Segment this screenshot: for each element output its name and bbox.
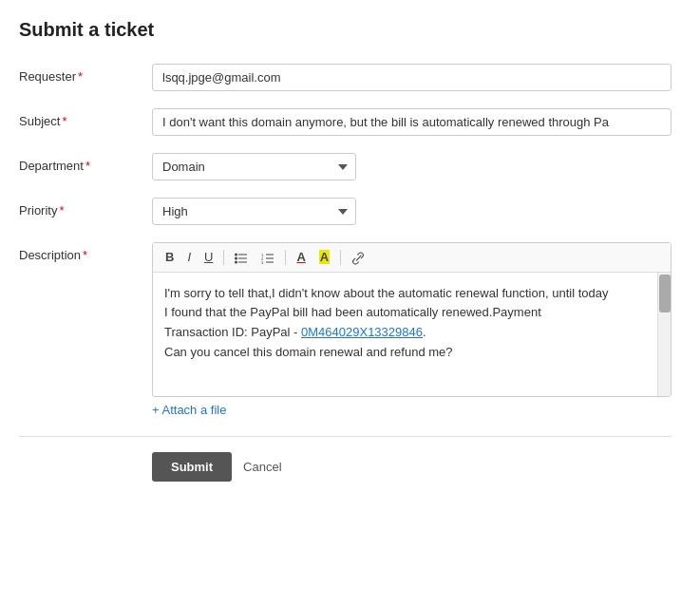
required-star-subject: * [62, 114, 66, 128]
description-field: B I U [152, 242, 672, 417]
toolbar-unordered-list-button[interactable] [230, 248, 253, 267]
ordered-list-icon: 1. 2. 3. [261, 252, 274, 265]
svg-point-0 [235, 253, 237, 256]
toolbar-bg-color-button[interactable]: A [314, 248, 334, 266]
toolbar-font-color-button[interactable]: A [292, 248, 310, 266]
priority-row: Priority* Low Normal High Urgent [19, 198, 672, 225]
scrollbar-thumb [659, 275, 671, 312]
link-icon [351, 252, 365, 265]
required-star: * [78, 69, 83, 84]
priority-label: Priority* [19, 198, 152, 218]
department-label: Department* [19, 153, 152, 173]
editor-content-area[interactable]: I'm sorry to tell that,I didn't know abo… [153, 273, 657, 396]
svg-rect-3 [238, 257, 247, 258]
attach-file-link[interactable]: + Attach a file [152, 403, 226, 417]
transaction-link[interactable]: 0M464029X13329846 [301, 325, 423, 339]
editor-body: I'm sorry to tell that,I didn't know abo… [153, 273, 671, 396]
toolbar-link-button[interactable] [347, 248, 369, 267]
submit-button[interactable]: Submit [152, 452, 232, 482]
department-row: Department* Domain Billing Technical Sup… [19, 153, 672, 180]
svg-rect-11 [266, 261, 274, 262]
toolbar-divider-3 [340, 250, 341, 265]
svg-point-4 [235, 260, 237, 263]
toolbar-divider-2 [285, 250, 286, 265]
requester-input[interactable] [152, 64, 672, 91]
page-title: Submit a ticket [19, 19, 672, 41]
toolbar-bold-button[interactable]: B [161, 248, 179, 266]
subject-input[interactable] [152, 108, 672, 136]
subject-label: Subject* [19, 108, 152, 128]
description-label: Description* [19, 242, 152, 262]
cancel-button[interactable]: Cancel [243, 460, 281, 474]
description-text: I'm sorry to tell that,I didn't know abo… [164, 286, 608, 359]
svg-rect-1 [238, 254, 247, 255]
requester-row: Requester* [19, 64, 672, 91]
requester-label: Requester* [19, 64, 152, 84]
svg-point-2 [235, 256, 237, 259]
priority-select[interactable]: Low Normal High Urgent [152, 198, 356, 225]
svg-rect-7 [266, 254, 274, 255]
department-select[interactable]: Domain Billing Technical Support General [152, 153, 356, 180]
svg-rect-5 [238, 261, 247, 262]
svg-rect-9 [266, 257, 274, 258]
editor-container: B I U [152, 242, 672, 397]
required-star-priority: * [59, 203, 64, 218]
subject-field [152, 108, 672, 136]
priority-field: Low Normal High Urgent [152, 198, 672, 225]
editor-toolbar: B I U [153, 243, 671, 273]
required-star-desc: * [83, 248, 87, 262]
page-container: Submit a ticket Requester* Subject* Depa… [0, 0, 700, 501]
department-field: Domain Billing Technical Support General [152, 153, 672, 180]
requester-field [152, 64, 672, 91]
toolbar-divider-1 [223, 250, 224, 265]
toolbar-italic-button[interactable]: I [182, 248, 196, 266]
svg-text:3.: 3. [261, 260, 264, 265]
required-star-dept: * [85, 159, 90, 173]
toolbar-ordered-list-button[interactable]: 1. 2. 3. [256, 248, 279, 267]
editor-scrollbar[interactable] [657, 273, 671, 396]
unordered-list-icon [235, 252, 248, 265]
toolbar-underline-button[interactable]: U [199, 248, 218, 266]
subject-row: Subject* [19, 108, 672, 136]
form-footer: Submit Cancel [19, 436, 672, 482]
description-row: Description* B I U [19, 242, 672, 417]
